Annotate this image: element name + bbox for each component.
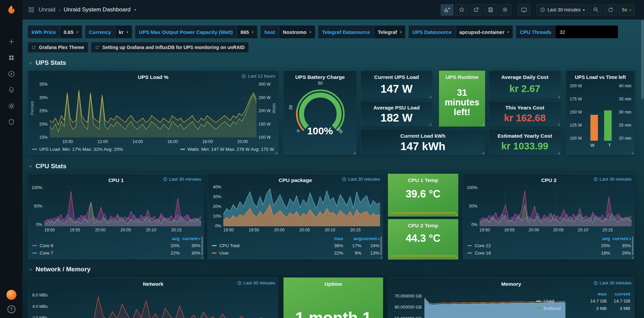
panel-time-range-badge: Last 30 minutes bbox=[237, 280, 275, 285]
link-grafana-plex-theme[interactable]: Grafana Plex Theme bbox=[28, 42, 88, 52]
axis-tick: 20:05 bbox=[121, 228, 131, 232]
sidebar-alerting-button[interactable] bbox=[4, 82, 19, 98]
panel-title: CPU 1 bbox=[108, 177, 124, 183]
sort-caret-icon: ▾ bbox=[378, 237, 380, 241]
save-button[interactable] bbox=[484, 4, 497, 16]
legend-sort-current[interactable]: current▾ bbox=[361, 236, 379, 241]
panel-header[interactable]: UPS Load vs Time left bbox=[566, 71, 634, 81]
panel-estimated-yearly-cost: Estimated Yearly Cost kr 1033.99 bbox=[489, 129, 561, 155]
x-axis: 19:50 19:55 20:00 20:05 20:10 20:15 bbox=[44, 228, 201, 232]
legend-scrollbar[interactable] bbox=[632, 236, 633, 255]
zoom-out-button[interactable] bbox=[590, 4, 602, 16]
refresh-interval-button[interactable]: 5s ▾ bbox=[618, 4, 635, 16]
axis-tick: 30 min bbox=[619, 110, 632, 115]
legend-series-name[interactable]: Buffered bbox=[544, 306, 561, 311]
panel-uptime: Uptime 1 month 1 bbox=[283, 277, 383, 318]
legend-series-name[interactable]: Core 7 bbox=[40, 251, 53, 256]
link-ups-monitoring-guide[interactable]: Setting up Grafana and InfluxDB for UPS … bbox=[91, 42, 248, 52]
legend-color-dash bbox=[212, 253, 217, 254]
stat-value: 31 minutes left! bbox=[442, 82, 482, 123]
cpu-threads-input[interactable] bbox=[555, 26, 618, 38]
sidebar-configuration-button[interactable] bbox=[4, 98, 19, 114]
panel-title: UPS Load % bbox=[138, 74, 168, 80]
ups-load-chart[interactable] bbox=[50, 84, 257, 137]
variable-value-dropdown[interactable]: 865▾ bbox=[237, 26, 257, 38]
user-avatar[interactable] bbox=[6, 290, 16, 300]
legend-item[interactable]: Watts Min: 147 W Max: 278 W Avg: 175 W bbox=[180, 147, 274, 152]
share-button[interactable] bbox=[470, 4, 482, 16]
variable-label: host bbox=[261, 26, 279, 38]
panel-cpu-1: CPU 1 Last 30 minutes 100% 50% 0% 19:50 … bbox=[28, 174, 204, 260]
axis-tick: 0% bbox=[36, 222, 42, 227]
legend-series-name[interactable]: CPU Total bbox=[219, 243, 240, 248]
legend: avg current▾ Core 22 20% 35% Core 16 18%… bbox=[467, 235, 631, 257]
stat-value: 147 W bbox=[361, 79, 432, 99]
legend-series-name[interactable]: Used bbox=[544, 299, 554, 304]
section-network-memory[interactable]: Network / Memory bbox=[28, 266, 91, 273]
grafana-logo[interactable] bbox=[4, 3, 19, 17]
axis-tick: 50.000000 GB bbox=[389, 316, 422, 318]
panel-header[interactable]: UPS Load % bbox=[28, 71, 278, 81]
ups-bar-chart[interactable] bbox=[584, 86, 618, 141]
chevron-down-icon: ▾ bbox=[310, 30, 311, 34]
breadcrumb-dashboard-title[interactable]: Unraid System Dashboard bbox=[63, 6, 130, 13]
sidebar-admin-button[interactable] bbox=[4, 114, 19, 130]
legend-sort-avg[interactable]: avg bbox=[589, 236, 610, 241]
legend-sort-avg[interactable]: avg bbox=[343, 236, 361, 241]
cpu1-chart[interactable] bbox=[44, 187, 201, 226]
tv-mode-button[interactable] bbox=[517, 4, 531, 16]
panel-header[interactable]: UPS Battery Charge bbox=[284, 71, 356, 81]
panel-title: UPS Runtime bbox=[439, 74, 485, 80]
variable-value-dropdown[interactable]: kr▾ bbox=[115, 26, 132, 38]
help-button[interactable]: ? bbox=[7, 305, 15, 313]
legend-scrollbar[interactable] bbox=[380, 236, 382, 255]
sidebar-dashboards-button[interactable] bbox=[4, 50, 19, 66]
dashboard-grid-icon[interactable] bbox=[28, 6, 35, 13]
variable-value-dropdown[interactable]: Nostromo▾ bbox=[279, 26, 315, 38]
add-panel-button[interactable] bbox=[441, 4, 454, 16]
legend-sort-current[interactable]: current▾ bbox=[610, 236, 631, 241]
dashboard-settings-button[interactable] bbox=[499, 4, 511, 16]
legend-sort-max[interactable]: max bbox=[325, 236, 343, 241]
axis-tick: 12:00 bbox=[97, 139, 108, 144]
page-scrollbar[interactable] bbox=[641, 20, 644, 99]
legend-series-name[interactable]: User bbox=[219, 251, 229, 256]
cpu2-chart[interactable] bbox=[479, 187, 632, 226]
variable-value-dropdown[interactable]: Telegraf▾ bbox=[374, 26, 405, 38]
section-cpu-stats[interactable]: CPU Stats bbox=[28, 163, 66, 170]
dashboard-dropdown-caret[interactable]: ▾ bbox=[134, 8, 136, 12]
gear-icon bbox=[8, 102, 15, 110]
sidebar-create-button[interactable] bbox=[4, 34, 19, 50]
network-chart[interactable] bbox=[50, 290, 275, 318]
sidebar-explore-button[interactable] bbox=[4, 66, 19, 82]
variable-value-dropdown[interactable]: apcupsd-container▾ bbox=[456, 26, 513, 38]
legend-sort-avg[interactable]: avg bbox=[159, 236, 180, 241]
legend-sort-max[interactable]: max bbox=[583, 291, 607, 297]
external-link-icon bbox=[95, 45, 100, 50]
legend-series-name[interactable]: Core 6 bbox=[40, 243, 53, 248]
section-ups-stats[interactable]: UPS Stats bbox=[28, 59, 66, 66]
star-button[interactable] bbox=[455, 4, 468, 16]
stat-value: 44.3 °C bbox=[388, 226, 458, 251]
axis-tick: 15% bbox=[39, 135, 48, 140]
panel-ups-load-vs-time-left: UPS Load vs Time left 200 W 175 W 150 W … bbox=[566, 71, 635, 155]
cpu-package-chart[interactable] bbox=[223, 187, 380, 226]
legend-scrollbar[interactable] bbox=[201, 236, 203, 255]
variable-host: host Nostromo▾ bbox=[261, 26, 315, 38]
time-range-picker[interactable]: Last 30 minutes ▾ bbox=[537, 4, 588, 16]
y-axis-left: 200 W 175 W 150 W 125 W 100 W bbox=[567, 84, 582, 141]
refresh-button[interactable] bbox=[604, 4, 617, 16]
help-glyph: ? bbox=[10, 307, 13, 312]
legend-sort-current[interactable]: current bbox=[607, 291, 630, 297]
legend-color-dash bbox=[536, 308, 541, 309]
legend-series-name[interactable]: Core 16 bbox=[475, 251, 491, 256]
legend-sort-current[interactable]: current▾ bbox=[180, 236, 200, 241]
legend-item: Core 7 22% 30% bbox=[32, 249, 200, 257]
breadcrumb-folder[interactable]: Unraid bbox=[39, 6, 55, 13]
legend-series-name[interactable]: Core 22 bbox=[475, 243, 491, 248]
variable-value-dropdown[interactable]: 0.65▾ bbox=[60, 26, 82, 38]
stat-value: kr 162.68 bbox=[489, 109, 560, 126]
panel-average-psu-load: Average PSU Load 182 W bbox=[361, 101, 432, 127]
panel-title: UPS Battery Charge bbox=[295, 74, 344, 80]
legend-item[interactable]: UPS Load Min: 17% Max: 32% Avg: 20% bbox=[32, 147, 123, 152]
